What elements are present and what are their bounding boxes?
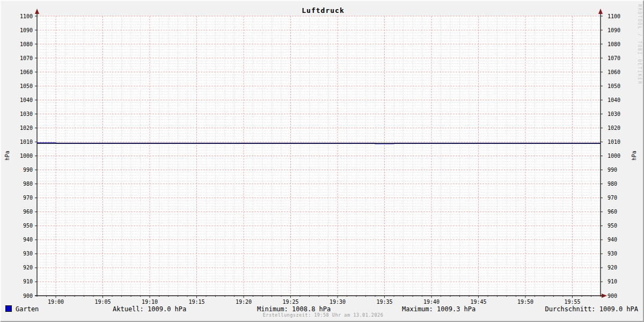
series-color-swatch bbox=[5, 305, 12, 312]
x-tick-label: 19:55 bbox=[564, 299, 580, 305]
x-tick-label: 19:10 bbox=[142, 299, 158, 305]
y-tick-label-left: 910 bbox=[23, 279, 33, 284]
y-tick-label-right: 1020 bbox=[608, 125, 620, 131]
x-tick-label: 19:50 bbox=[517, 299, 533, 305]
y-tick-label-right: 1080 bbox=[608, 41, 620, 47]
x-tick-label: 19:40 bbox=[423, 299, 440, 305]
rrdtool-watermark: RRDTOOL / TOBI OETIKER bbox=[637, 4, 642, 85]
y-tick-label-left: 920 bbox=[23, 265, 33, 270]
y-tick-label-left: 1080 bbox=[20, 41, 33, 47]
y-tick-label-right: 1090 bbox=[608, 27, 620, 33]
x-tick-label: 19:35 bbox=[376, 299, 392, 305]
y-tick-label-left: 1090 bbox=[20, 27, 33, 33]
x-tick-label: 19:25 bbox=[282, 299, 298, 305]
series-label: Garten bbox=[16, 305, 39, 313]
y-tick-label-right: 970 bbox=[608, 195, 617, 201]
y-tick-label-left: 1040 bbox=[20, 97, 33, 103]
y-tick-label-right: 1040 bbox=[608, 97, 620, 103]
y-tick-label-right: 1000 bbox=[608, 153, 620, 159]
y-axis-unit-right: hPa bbox=[631, 151, 637, 160]
y-tick-label-right: 900 bbox=[608, 293, 617, 299]
x-tick-label: 19:05 bbox=[94, 299, 111, 305]
y-axis-arrow-left bbox=[35, 9, 39, 14]
y-tick-label-left: 1050 bbox=[20, 83, 33, 89]
y-tick-label-right: 980 bbox=[608, 181, 617, 187]
y-axis-arrow-right bbox=[598, 9, 603, 14]
y-tick-label-right: 1030 bbox=[608, 111, 620, 117]
y-tick-label-left: 1020 bbox=[20, 125, 33, 131]
y-tick-label-left: 900 bbox=[23, 293, 33, 299]
y-tick-label-right: 1070 bbox=[608, 55, 620, 61]
stat-aktuell: Aktuell: 1009.0 hPa bbox=[113, 305, 186, 313]
y-axis-unit-left: hPa bbox=[4, 151, 10, 160]
y-tick-label-left: 950 bbox=[23, 223, 33, 229]
x-tick-label: 19:15 bbox=[188, 299, 204, 305]
y-tick-label-right: 930 bbox=[608, 251, 617, 257]
y-tick-label-left: 940 bbox=[23, 237, 33, 243]
x-tick-label: 19:45 bbox=[470, 299, 486, 305]
plot-area: 9009009109109209209309309409409509509609… bbox=[1, 1, 644, 322]
x-tick-label: 19:20 bbox=[236, 299, 252, 305]
y-tick-label-left: 960 bbox=[23, 209, 33, 215]
rrdtool-graph: Luftdruck 900900910910920920930930940940… bbox=[0, 0, 644, 322]
stat-durchschnitt: Durchschnitt: 1009.0 hPA bbox=[545, 305, 638, 313]
y-tick-label-left: 1100 bbox=[20, 13, 33, 19]
x-tick-label: 19:00 bbox=[48, 299, 64, 305]
y-tick-label-left: 990 bbox=[23, 167, 33, 173]
y-tick-label-right: 1050 bbox=[608, 83, 620, 89]
y-tick-label-right: 1060 bbox=[608, 69, 620, 75]
y-tick-label-left: 930 bbox=[23, 251, 33, 257]
y-tick-label-right: 1100 bbox=[608, 13, 620, 19]
y-tick-label-left: 1000 bbox=[20, 153, 33, 159]
x-tick-label: 19:30 bbox=[330, 299, 346, 305]
y-tick-label-left: 970 bbox=[23, 195, 33, 201]
y-tick-label-left: 980 bbox=[23, 181, 33, 187]
y-tick-label-right: 1010 bbox=[608, 139, 620, 145]
y-tick-label-left: 1070 bbox=[20, 55, 33, 61]
y-tick-label-left: 1010 bbox=[20, 139, 33, 145]
stat-minimum: Minimum: 1008.8 hPa bbox=[257, 305, 331, 313]
y-tick-label-right: 960 bbox=[608, 209, 617, 215]
y-tick-label-right: 920 bbox=[608, 265, 617, 270]
creation-time: Erstellungszeit: 19:58 Uhr am 13.01.2026 bbox=[1, 312, 644, 318]
y-tick-label-right: 950 bbox=[608, 223, 617, 229]
stat-maximum: Maximum: 1009.3 hPa bbox=[402, 305, 475, 313]
y-tick-label-right: 940 bbox=[608, 237, 617, 243]
y-tick-label-left: 1060 bbox=[20, 69, 33, 75]
y-tick-label-right: 990 bbox=[608, 167, 617, 173]
legend-series-garten: Garten bbox=[5, 305, 39, 313]
y-tick-label-right: 910 bbox=[608, 279, 617, 284]
y-tick-label-left: 1030 bbox=[20, 111, 33, 117]
